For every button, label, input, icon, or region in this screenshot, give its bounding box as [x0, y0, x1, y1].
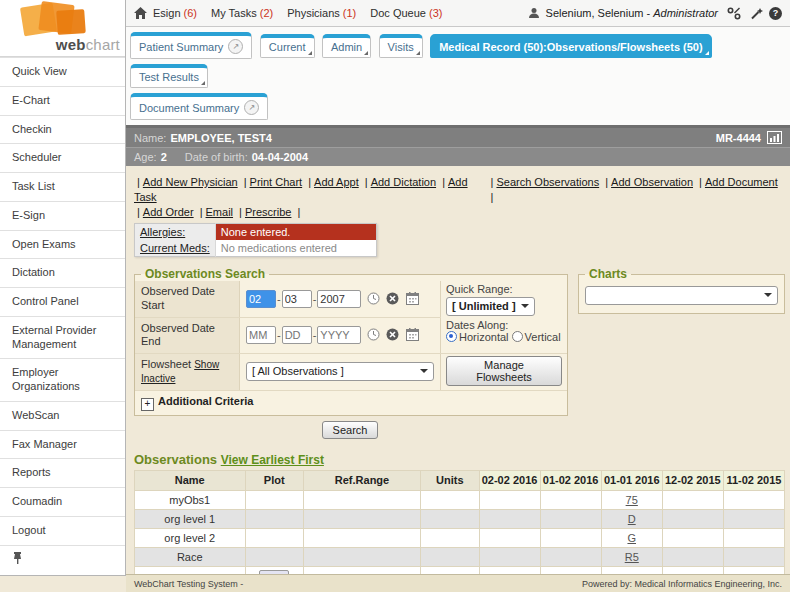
current-meds-link[interactable]: Current Meds:: [140, 242, 210, 254]
clear-date-icon[interactable]: [386, 328, 399, 341]
vertical-radio[interactable]: [512, 331, 523, 342]
sidebar-item-control-panel[interactable]: Control Panel: [0, 287, 125, 316]
tab-visits[interactable]: Visits: [379, 34, 423, 58]
sidebar-item-webscan[interactable]: WebScan: [0, 401, 125, 430]
col-header-date[interactable]: 01-02 2016: [540, 470, 601, 490]
horizontal-radio[interactable]: [446, 331, 457, 342]
observations-header: Observations View Earliest First: [134, 452, 785, 467]
obs-value-link[interactable]: D: [628, 513, 636, 525]
tab-test-results[interactable]: Test Results: [130, 64, 208, 88]
end-day-input[interactable]: [282, 326, 312, 344]
action-add-dictation[interactable]: Add Dictation: [371, 176, 436, 188]
clock-icon[interactable]: [367, 328, 380, 341]
obs-value-link[interactable]: 75: [626, 494, 638, 506]
obs-name: org level 1: [135, 509, 246, 528]
ref-range-cell: [304, 509, 421, 528]
clear-date-icon[interactable]: [386, 292, 399, 305]
start-month-input[interactable]: [246, 290, 276, 308]
nav-esign[interactable]: Esign (6): [153, 7, 197, 19]
tab-patient-summary[interactable]: Patient Summary↗: [130, 32, 252, 59]
link-icon[interactable]: [727, 7, 741, 20]
manage-flowsheets-cell: Manage Flowsheets: [441, 354, 568, 391]
bar-chart-icon[interactable]: [767, 131, 782, 144]
popout-icon[interactable]: ↗: [244, 100, 259, 115]
tab-label: Patient Summary: [139, 41, 223, 53]
tab-medical-record[interactable]: Medical Record (50):Observations/Flowshe…: [430, 34, 711, 58]
observations-search-panel: Observations Search Observed Date Start: [134, 267, 568, 416]
nav-doc-queue[interactable]: Doc Queue (3): [370, 7, 442, 19]
sidebar-item-coumadin[interactable]: Coumadin: [0, 487, 125, 516]
nav-my-tasks[interactable]: My Tasks (2): [211, 7, 273, 19]
quick-range-label: Quick Range:: [446, 283, 562, 295]
sidebar-item-quick-view[interactable]: Quick View: [0, 57, 125, 86]
col-header-date[interactable]: 01-01 2016: [601, 470, 662, 490]
action-print-chart[interactable]: Print Chart: [250, 176, 303, 188]
start-day-input[interactable]: [282, 290, 312, 308]
col-header-name[interactable]: Name: [135, 470, 246, 490]
units-cell: [421, 490, 480, 509]
action-add-new-physician[interactable]: Add New Physician: [143, 176, 238, 188]
popout-icon[interactable]: ↗: [228, 39, 243, 54]
current-user[interactable]: Selenium, Selenium - Administrator: [546, 7, 718, 19]
sidebar-item-e-sign[interactable]: E-Sign: [0, 201, 125, 230]
action-search-observations[interactable]: Search Observations: [496, 176, 599, 188]
charts-select[interactable]: [585, 286, 778, 305]
tab-label: Admin: [331, 41, 362, 53]
tab-document-summary[interactable]: Document Summary↗: [130, 93, 268, 120]
col-header-date[interactable]: 11-02 2015: [723, 470, 784, 490]
view-earliest-first-link[interactable]: View Earliest First: [221, 453, 324, 467]
col-header-plot[interactable]: Plot: [245, 470, 304, 490]
tab-admin[interactable]: Admin: [322, 34, 371, 58]
quick-range-select[interactable]: [ Unlimited ]: [446, 297, 535, 316]
calendar-icon[interactable]: [406, 292, 419, 305]
action-add-observation[interactable]: Add Observation: [611, 176, 693, 188]
sidebar-item-task-list[interactable]: Task List: [0, 172, 125, 201]
search-button[interactable]: Search: [322, 421, 379, 439]
end-month-input[interactable]: [246, 326, 276, 344]
help-icon[interactable]: ?: [769, 7, 782, 20]
flowsheet-label-cell: Flowsheet Show Inactive: [135, 354, 240, 391]
allergies-link[interactable]: Allergies:: [140, 226, 185, 238]
flowsheet-select[interactable]: [ All Observations ]: [246, 362, 434, 381]
end-year-input[interactable]: [317, 326, 361, 344]
wand-icon[interactable]: [750, 7, 763, 20]
sidebar-item-dictation[interactable]: Dictation: [0, 258, 125, 287]
sidebar-item-checkin[interactable]: Checkin: [0, 115, 125, 144]
col-header-date[interactable]: 12-02 2015: [662, 470, 723, 490]
sidebar-item-employer-organizations[interactable]: Employer Organizations: [0, 358, 125, 401]
home-icon[interactable]: [134, 7, 147, 19]
nav-physicians[interactable]: Physicians (1): [287, 7, 356, 19]
clock-icon[interactable]: [367, 292, 380, 305]
calendar-icon[interactable]: [406, 328, 419, 341]
sidebar-item-open-exams[interactable]: Open Exams: [0, 230, 125, 259]
webchart-logo[interactable]: webchart: [0, 0, 125, 57]
sidebar-pin-toggle[interactable]: [0, 545, 125, 576]
sidebar-item-reports[interactable]: Reports: [0, 458, 125, 487]
tab-current[interactable]: Current: [260, 34, 315, 58]
sidebar-item-e-chart[interactable]: E-Chart: [0, 86, 125, 115]
observed-date-end-label: Observed Date End: [135, 317, 240, 354]
dates-along-label: Dates Along:: [446, 319, 562, 331]
action-add-order[interactable]: Add Order: [143, 206, 194, 218]
sidebar-item-fax-manager[interactable]: Fax Manager: [0, 430, 125, 459]
dates-along-radios: Horizontal Vertical: [446, 331, 562, 343]
col-header-units[interactable]: Units: [421, 470, 480, 490]
col-header-date[interactable]: 02-02 2016: [479, 470, 540, 490]
obs-value-link[interactable]: G: [627, 532, 636, 544]
sidebar-item-external-provider-management[interactable]: External Provider Management: [0, 316, 125, 359]
action-prescribe[interactable]: Prescribe: [245, 206, 291, 218]
additional-criteria-label[interactable]: Additional Criteria: [158, 395, 253, 407]
obs-value-link[interactable]: R5: [625, 551, 639, 563]
col-header-ref-range[interactable]: Ref.Range: [304, 470, 421, 490]
action-email[interactable]: Email: [206, 206, 234, 218]
sidebar-item-logout[interactable]: Logout: [0, 516, 125, 545]
expand-icon[interactable]: +: [141, 398, 154, 411]
manage-flowsheets-button[interactable]: Manage Flowsheets: [446, 356, 562, 386]
sidebar-item-scheduler[interactable]: Scheduler: [0, 143, 125, 172]
table-row: org level 1 D: [135, 509, 785, 528]
action-add-document[interactable]: Add Document: [705, 176, 778, 188]
table-row: org level 2 G: [135, 528, 785, 547]
flowsheet-select-cell: [ All Observations ]: [240, 354, 441, 391]
action-add-appt[interactable]: Add Appt: [314, 176, 359, 188]
start-year-input[interactable]: [317, 290, 361, 308]
